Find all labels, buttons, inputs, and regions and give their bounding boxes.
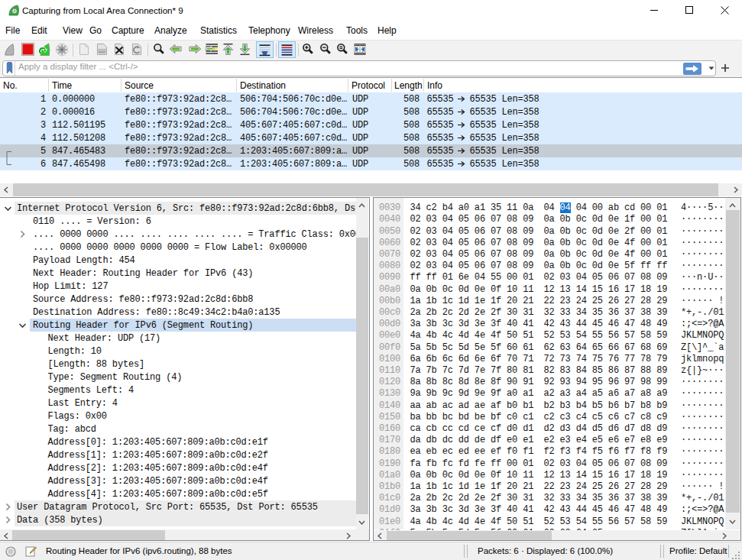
svg-text:010: 010 (99, 50, 105, 53)
